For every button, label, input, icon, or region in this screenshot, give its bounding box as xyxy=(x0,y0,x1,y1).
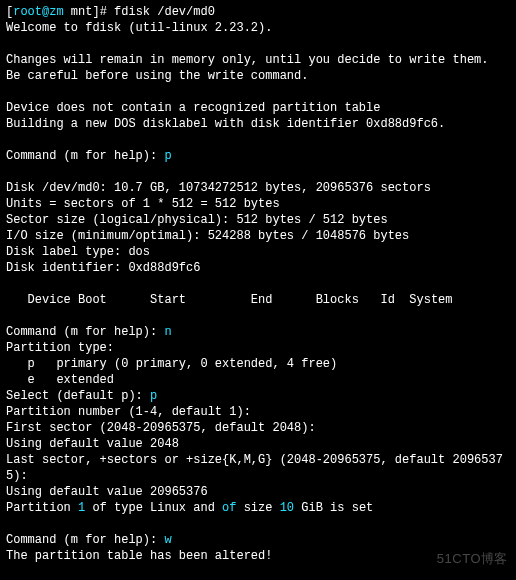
warn-line-2: Be careful before using the write comman… xyxy=(6,69,308,83)
sector-line: Sector size (logical/physical): 512 byte… xyxy=(6,213,388,227)
partition-set-line: Partition 1 of type Linux and of size 10… xyxy=(6,501,373,515)
io-line: I/O size (minimum/optimal): 524288 bytes… xyxy=(6,229,409,243)
cmd-prompt: Command (m for help): xyxy=(6,325,164,339)
nodev-line-1: Device does not contain a recognized par… xyxy=(6,101,380,115)
label-type: Disk label type: dos xyxy=(6,245,150,259)
prompt-command: fdisk /dev/md0 xyxy=(114,5,215,19)
cmd-input-n: n xyxy=(164,325,171,339)
ptype-primary: p primary (0 primary, 0 extended, 4 free… xyxy=(6,357,337,371)
default-value-2: Using default value 20965376 xyxy=(6,485,208,499)
cmd-prompt: Command (m for help): xyxy=(6,149,164,163)
disk-line: Disk /dev/md0: 10.7 GB, 10734272512 byte… xyxy=(6,181,431,195)
cmd-prompt: Command (m for help): xyxy=(6,533,164,547)
welcome-line: Welcome to fdisk (util-linux 2.23.2). xyxy=(6,21,272,35)
first-sector: First sector (2048-20965375, default 204… xyxy=(6,421,316,435)
last-sector: Last sector, +sectors or +size{K,M,G} (2… xyxy=(6,453,503,483)
ptype-label: Partition type: xyxy=(6,341,114,355)
disk-id: Disk identifier: 0xd88d9fc6 xyxy=(6,261,200,275)
cmd-input-p: p xyxy=(164,149,171,163)
altered-line: The partition table has been altered! xyxy=(6,549,272,563)
warn-line-1: Changes will remain in memory only, unti… xyxy=(6,53,488,67)
partition-number: Partition number (1-4, default 1): xyxy=(6,405,251,419)
select-label: Select (default p): xyxy=(6,389,150,403)
prompt-user: root@zm xyxy=(13,5,63,19)
select-input: p xyxy=(150,389,157,403)
default-value-1: Using default value 2048 xyxy=(6,437,179,451)
prompt-path: mnt xyxy=(71,5,93,19)
partition-table-header: Device Boot Start End Blocks Id System xyxy=(6,293,452,307)
units-line: Units = sectors of 1 * 512 = 512 bytes xyxy=(6,197,280,211)
cmd-input-w: w xyxy=(164,533,171,547)
nodev-line-2: Building a new DOS disklabel with disk i… xyxy=(6,117,445,131)
ptype-extended: e extended xyxy=(6,373,114,387)
terminal-output: [root@zm mnt]# fdisk /dev/md0 Welcome to… xyxy=(0,0,516,580)
